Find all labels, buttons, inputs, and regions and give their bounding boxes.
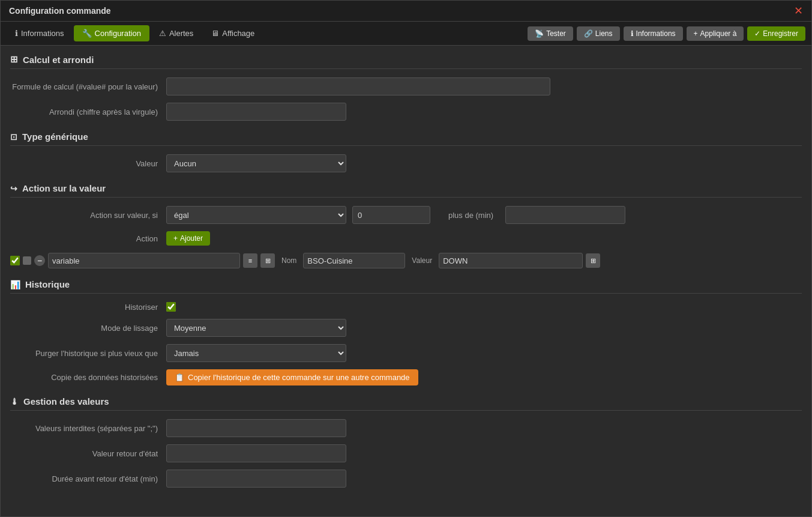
duree-input[interactable] <box>166 470 346 488</box>
action-valeur-input[interactable] <box>352 206 430 224</box>
section-calcul-title: ⊞ Calcul et arrondi <box>10 54 802 69</box>
purger-row: Purger l'historique si plus vieux que Ja… <box>10 344 802 362</box>
lissage-select[interactable]: Moyenne Aucun Maximum Minimum <box>166 319 346 337</box>
arrondi-label: Arrondi (chiffre après la virgule) <box>10 107 166 116</box>
navbar: ℹ Informations 🔧 Configuration ⚠ Alertes… <box>1 22 811 46</box>
plus-de-input[interactable] <box>505 206 625 224</box>
action-si-label: Action sur valeur, si <box>10 211 166 220</box>
remove-variable-button[interactable]: − <box>34 255 45 266</box>
historiser-label: Historiser <box>10 303 166 312</box>
duree-label: Durée avant retour d'état (min) <box>10 474 166 483</box>
purger-select[interactable]: Jamais 1 heure 1 jour 1 semaine 1 mois <box>166 344 346 362</box>
info-icon: ℹ <box>15 29 18 38</box>
action-row: Action + Ajouter <box>10 231 802 246</box>
action-label: Action <box>10 234 166 243</box>
lissage-label: Mode de lissage <box>10 324 166 333</box>
close-icon[interactable]: ✕ <box>794 5 803 16</box>
liens-button[interactable]: 🔗 Liens <box>577 26 620 41</box>
retour-etat-label: Valeur retour d'état <box>10 449 166 458</box>
retour-etat-input[interactable] <box>166 444 346 462</box>
main-content: ⊞ Calcul et arrondi Formule de calcul (#… <box>1 46 811 507</box>
copie-label: Copie des données historisées <box>10 373 166 382</box>
antenna-icon: 📡 <box>535 29 544 38</box>
enregistrer-button[interactable]: ✓ Enregistrer <box>747 26 805 41</box>
nav-actions: 📡 Tester 🔗 Liens ℹ Informations + Appliq… <box>528 26 805 41</box>
section-calcul: ⊞ Calcul et arrondi Formule de calcul (#… <box>10 54 802 121</box>
type-icon: ⊡ <box>10 132 17 142</box>
section-historique: 📊 Historique Historiser Mode de lissage … <box>10 279 802 385</box>
tab-informations[interactable]: ℹ Informations <box>7 25 73 41</box>
window-title: Configuration commande <box>9 6 111 16</box>
action-si-row: Action sur valeur, si égal différent sup… <box>10 206 802 224</box>
plus2-icon: + <box>173 234 178 243</box>
config-icon: 🔧 <box>82 29 92 38</box>
action-icon: ↪ <box>10 184 17 193</box>
variable-nom-input[interactable] <box>303 253 405 268</box>
valeur-generique-row: Valeur Aucun Numérique Binaire Autre <box>10 154 802 172</box>
ajouter-button[interactable]: + Ajouter <box>166 231 210 246</box>
historiser-checkbox[interactable] <box>166 302 176 312</box>
section-action-valeur: ↪ Action sur la valeur Action sur valeur… <box>10 183 802 268</box>
calcul-icon: ⊞ <box>10 54 18 65</box>
retour-etat-row: Valeur retour d'état <box>10 444 802 462</box>
tab-alertes[interactable]: ⚠ Alertes <box>151 25 202 41</box>
tab-configuration[interactable]: 🔧 Configuration <box>74 25 149 41</box>
var-end-icon-btn[interactable]: ⊞ <box>586 253 600 268</box>
var-square-icon <box>23 256 31 265</box>
titlebar: Configuration commande ✕ <box>1 1 811 22</box>
appliquer-button[interactable]: + Appliquer à <box>687 26 744 41</box>
formule-label: Formule de calcul (#value# pour la valeu… <box>10 82 166 91</box>
display-icon: 🖥 <box>211 29 219 38</box>
action-si-controls: égal différent supérieur inférieur plus … <box>166 206 625 224</box>
alert-icon: ⚠ <box>159 29 166 38</box>
var-grid-icon-btn[interactable]: ⊞ <box>260 253 275 268</box>
info2-icon: ℹ <box>631 29 634 38</box>
plus-de-label: plus de (min) <box>436 211 499 220</box>
lissage-row: Mode de lissage Moyenne Aucun Maximum Mi… <box>10 319 802 337</box>
variable-row-container: − ≡ ⊞ Nom Valeur ⊞ <box>10 253 802 268</box>
informations-button[interactable]: ℹ Informations <box>624 26 683 41</box>
link-icon: 🔗 <box>584 29 593 38</box>
section-type-generique: ⊡ Type générique Valeur Aucun Numérique … <box>10 132 802 172</box>
var-edit-icon-btn[interactable]: ≡ <box>243 253 257 268</box>
duree-row: Durée avant retour d'état (min) <box>10 470 802 488</box>
valeur-label: Valeur <box>408 256 436 265</box>
interdites-row: Valeurs interdites (séparées par ";") <box>10 419 802 437</box>
formule-input[interactable] <box>166 77 550 95</box>
section-gestion-valeurs: 🌡 Gestion des valeurs Valeurs interdites… <box>10 396 802 488</box>
formule-row: Formule de calcul (#value# pour la valeu… <box>10 77 802 95</box>
nav-tabs: ℹ Informations 🔧 Configuration ⚠ Alertes… <box>7 22 263 45</box>
tab-affichage[interactable]: 🖥 Affichage <box>203 25 263 41</box>
thermometer-icon: 🌡 <box>10 397 19 407</box>
section-action-title: ↪ Action sur la valeur <box>10 183 802 198</box>
arrondi-row: Arrondi (chiffre après la virgule) <box>10 103 802 121</box>
interdites-label: Valeurs interdites (séparées par ";") <box>10 424 166 433</box>
variable-valeur-input[interactable] <box>439 253 583 268</box>
purger-label: Purger l'historique si plus vieux que <box>10 349 166 358</box>
section-type-title: ⊡ Type générique <box>10 132 802 146</box>
section-historique-title: 📊 Historique <box>10 279 802 294</box>
variable-type-input[interactable] <box>48 253 240 268</box>
chart-icon: 📊 <box>10 280 20 289</box>
copie-row: Copie des données historisées 📋 Copier l… <box>10 369 802 385</box>
valeur-generique-label: Valeur <box>10 159 166 168</box>
action-si-select[interactable]: égal différent supérieur inférieur <box>166 206 346 224</box>
interdites-input[interactable] <box>166 419 346 437</box>
plus-icon: + <box>694 29 698 38</box>
valeur-generique-select[interactable]: Aucun Numérique Binaire Autre <box>166 154 346 172</box>
copy-icon: 📋 <box>175 373 184 382</box>
nom-label: Nom <box>278 256 300 265</box>
main-window: Configuration commande ✕ ℹ Informations … <box>0 0 812 517</box>
tester-button[interactable]: 📡 Tester <box>528 26 573 41</box>
arrondi-input[interactable] <box>166 103 346 121</box>
historiser-row: Historiser <box>10 302 802 312</box>
variable-checkbox[interactable] <box>10 256 20 265</box>
section-gestion-title: 🌡 Gestion des valeurs <box>10 396 802 411</box>
copier-historique-button[interactable]: 📋 Copier l'historique de cette commande … <box>166 369 418 385</box>
check-icon: ✓ <box>754 29 760 38</box>
